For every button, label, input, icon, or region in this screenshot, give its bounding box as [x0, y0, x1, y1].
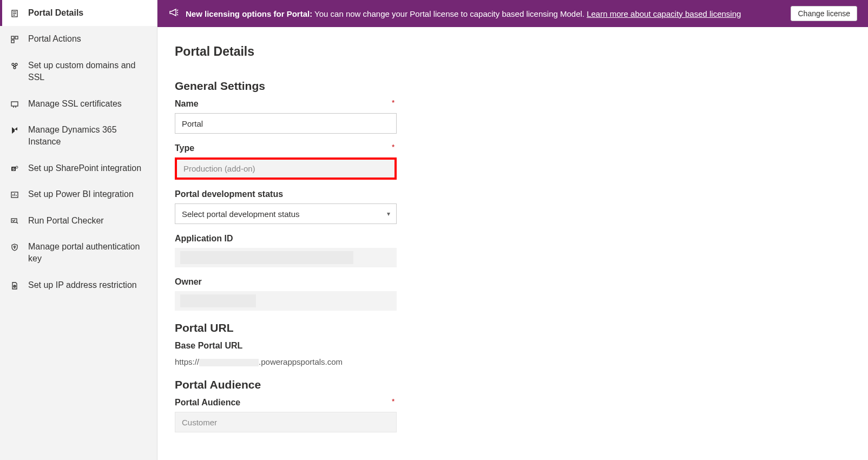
- base-url-value: https://.powerappsportals.com: [175, 355, 397, 369]
- sidebar-item-label: Portal Details: [28, 7, 83, 19]
- sharepoint-icon: S: [10, 164, 19, 174]
- svg-line-10: [13, 65, 15, 67]
- sidebar-item-label: Set up custom domains and SSL: [28, 60, 147, 84]
- licensing-banner: New licensing options for Portal: You ca…: [157, 0, 868, 27]
- audience-label: Portal Audience: [175, 398, 397, 408]
- name-label: Name: [175, 99, 397, 109]
- svg-rect-4: [11, 36, 14, 39]
- svg-line-11: [15, 65, 16, 67]
- megaphone-icon: [168, 7, 179, 20]
- svg-point-24: [14, 246, 16, 247]
- sidebar: Portal Details Portal Actions Set up cus…: [0, 0, 157, 460]
- sidebar-item-ssl-certificates[interactable]: Manage SSL certificates: [0, 91, 157, 117]
- sidebar-item-portal-details[interactable]: Portal Details: [0, 0, 157, 26]
- sidebar-item-label: Manage portal authentication key: [28, 241, 147, 265]
- restriction-icon: [10, 281, 19, 291]
- sidebar-item-label: Set up SharePoint integration: [28, 162, 141, 174]
- sidebar-item-custom-domains[interactable]: Set up custom domains and SSL: [0, 52, 157, 91]
- sidebar-item-label: Run Portal Checker: [28, 215, 104, 227]
- domains-icon: [10, 61, 19, 71]
- svg-rect-12: [11, 102, 18, 106]
- svg-text:S: S: [12, 167, 15, 171]
- portal-url-title: Portal URL: [175, 321, 851, 334]
- sidebar-item-label: Set up IP address restriction: [28, 279, 137, 291]
- type-label: Type: [175, 143, 397, 153]
- svg-point-17: [16, 166, 18, 168]
- sidebar-item-label: Set up Power BI integration: [28, 188, 134, 200]
- page-title: Portal Details: [175, 44, 851, 59]
- actions-icon: [10, 35, 19, 44]
- sidebar-item-portal-checker[interactable]: Run Portal Checker: [0, 208, 157, 234]
- owner-field-group: Owner: [175, 277, 397, 311]
- status-select[interactable]: Select portal development status: [175, 203, 397, 224]
- type-field-group: Type Production (add-on): [175, 143, 397, 180]
- content-area: Portal Details General Settings Name Typ…: [157, 27, 868, 460]
- change-license-button[interactable]: Change license: [791, 6, 857, 21]
- sidebar-item-dynamics-instance[interactable]: Manage Dynamics 365 Instance: [0, 117, 157, 155]
- svg-rect-5: [15, 36, 18, 39]
- owner-label: Owner: [175, 277, 397, 287]
- document-icon: [10, 9, 19, 18]
- name-input[interactable]: [175, 113, 397, 134]
- base-url-label: Base Portal URL: [175, 341, 397, 351]
- sidebar-item-label: Manage SSL certificates: [28, 98, 122, 110]
- svg-point-9: [14, 67, 16, 69]
- status-field-group: Portal development status Select portal …: [175, 189, 397, 224]
- type-input: Production (add-on): [175, 157, 397, 180]
- status-label: Portal development status: [175, 189, 397, 199]
- powerbi-icon: [10, 190, 19, 200]
- sidebar-item-ip-restriction[interactable]: Set up IP address restriction: [0, 272, 157, 298]
- portal-audience-title: Portal Audience: [175, 378, 851, 391]
- checker-icon: [10, 216, 19, 226]
- name-field-group: Name: [175, 99, 397, 134]
- svg-point-8: [15, 63, 17, 65]
- sidebar-item-sharepoint[interactable]: S Set up SharePoint integration: [0, 155, 157, 181]
- general-settings-title: General Settings: [175, 80, 851, 93]
- sidebar-item-label: Portal Actions: [28, 33, 81, 45]
- banner-text: New licensing options for Portal: You ca…: [186, 9, 784, 18]
- banner-learn-more-link[interactable]: Learn more about capacity based licensin…: [587, 9, 741, 18]
- appid-value: [175, 248, 397, 267]
- dynamics-icon: [10, 126, 19, 135]
- audience-value: Customer: [175, 412, 397, 432]
- owner-value: [175, 291, 397, 311]
- appid-field-group: Application ID: [175, 234, 397, 267]
- certificate-icon: [10, 100, 19, 109]
- banner-title: New licensing options for Portal:: [186, 9, 312, 18]
- banner-body: You can now change your Portal license t…: [314, 9, 584, 18]
- sidebar-item-portal-actions[interactable]: Portal Actions: [0, 26, 157, 52]
- sidebar-item-powerbi[interactable]: Set up Power BI integration: [0, 181, 157, 207]
- base-url-group: Base Portal URL https://.powerappsportal…: [175, 341, 397, 369]
- shield-icon: [10, 242, 19, 252]
- svg-rect-6: [11, 40, 14, 43]
- svg-line-23: [17, 222, 18, 224]
- sidebar-item-auth-key[interactable]: Manage portal authentication key: [0, 234, 157, 272]
- audience-field-group: Portal Audience Customer: [175, 398, 397, 432]
- sidebar-item-label: Manage Dynamics 365 Instance: [28, 124, 147, 148]
- main-content: New licensing options for Portal: You ca…: [157, 0, 868, 460]
- appid-label: Application ID: [175, 234, 397, 244]
- svg-point-7: [12, 63, 14, 65]
